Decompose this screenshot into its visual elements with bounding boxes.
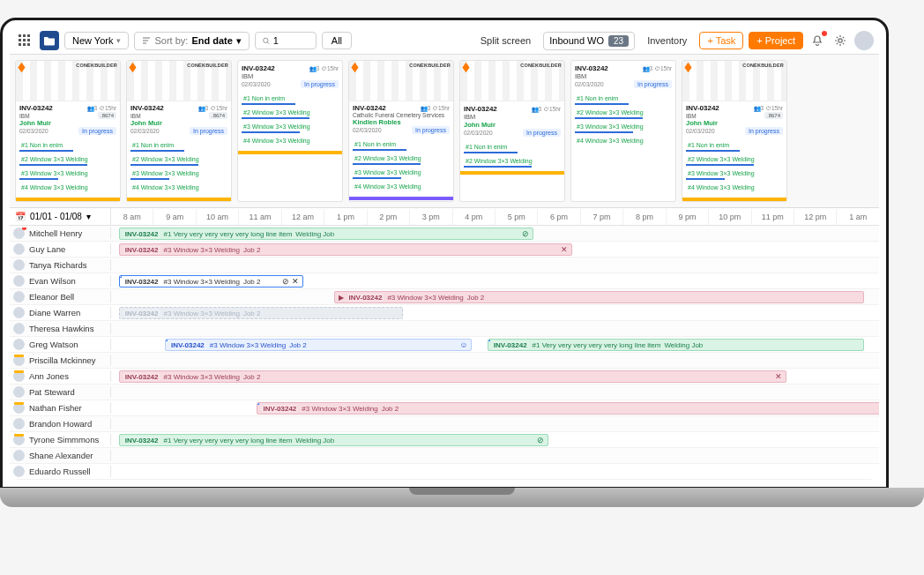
- hour-label: 11 pm: [751, 209, 794, 225]
- person-avatar: [13, 259, 25, 271]
- task-bar[interactable]: INV-03242#1 Very very very very very lon…: [119, 434, 549, 446]
- hour-label: 5 pm: [495, 209, 537, 225]
- wo-card[interactable]: INV-03242👥3 ⏱15hr IBM 02/03/2020In progr…: [237, 60, 343, 202]
- svg-rect-6: [19, 43, 21, 46]
- person-name: Eduardo Russell: [29, 467, 91, 476]
- person-avatar: [13, 291, 25, 302]
- timeline-row: Tyrone SimmmonsINV-03242#1 Very very ver…: [10, 432, 879, 448]
- task-bar[interactable]: INV-03242#3 Window 3×3 WeldingJob 2✕: [119, 243, 572, 256]
- timeline-body: Mitchell HenryINV-03242#1 Very very very…: [10, 226, 879, 480]
- hour-label: 11 am: [238, 209, 280, 225]
- person-cell[interactable]: Theresa Hawkins: [10, 323, 111, 334]
- timeline-lane[interactable]: INV-03242#3 Window 3×3 WeldingJob 2⊘ ✕: [111, 273, 879, 288]
- add-task-button[interactable]: + Task: [699, 32, 743, 49]
- location-select[interactable]: New York ▾: [64, 32, 129, 49]
- person-cell[interactable]: Mitchell Henry: [10, 228, 111, 239]
- svg-rect-4: [23, 39, 26, 41]
- svg-rect-7: [23, 43, 26, 46]
- timeline-row: Pat Steward: [10, 385, 879, 400]
- person-cell[interactable]: Brandon Howard: [10, 418, 111, 429]
- task-bar[interactable]: INV-03242#3 Window 3×3 WeldingJob 2✕: [119, 370, 787, 383]
- timeline-lane[interactable]: [111, 385, 879, 400]
- timeline-lane[interactable]: ▶INV-03242#3 Window 3×3 WeldingJob 2: [111, 289, 879, 304]
- person-cell[interactable]: Tyrone Simmmons: [10, 434, 111, 445]
- calendar-icon: 📅: [15, 212, 26, 221]
- work-order-cards: INV-03242👥3 ⏱15hr IBM.8674 John Muir 02/…: [10, 55, 879, 207]
- person-avatar: [13, 402, 25, 414]
- timeline-row: Nathan FisherINV-03242#3 Window 3×3 Weld…: [10, 400, 879, 416]
- timeline-lane[interactable]: INV-03242#1 Very very very very very lon…: [111, 432, 879, 447]
- person-cell[interactable]: Guy Lane: [10, 243, 111, 255]
- task-bar[interactable]: INV-03242#3 Window 3×3 WeldingJob 2✕: [257, 402, 879, 414]
- split-screen-button[interactable]: Split screen: [473, 32, 538, 49]
- person-cell[interactable]: Ann Jones: [10, 370, 111, 382]
- person-cell[interactable]: Pat Steward: [10, 386, 111, 398]
- timeline-row: Guy LaneINV-03242#3 Window 3×3 WeldingJo…: [10, 242, 879, 258]
- person-avatar: [13, 418, 25, 429]
- timeline-lane[interactable]: INV-03242#3 Window 3×3 WeldingJob 2✕: [111, 242, 879, 257]
- person-cell[interactable]: Nathan Fisher: [10, 402, 111, 414]
- person-name: Diane Warren: [29, 308, 80, 317]
- wo-thumbnail: [127, 61, 231, 101]
- person-cell[interactable]: Eleanor Bell: [10, 291, 111, 302]
- wo-card[interactable]: INV-03242👥3 ⏱15hr IBM.8674 John Muir 02/…: [126, 60, 232, 202]
- svg-rect-1: [23, 34, 26, 37]
- wo-card[interactable]: INV-03242👥3 ⏱15hr Catholic Funeral Cemet…: [348, 60, 454, 202]
- person-avatar: [13, 243, 25, 255]
- person-cell[interactable]: Greg Watson: [10, 339, 111, 350]
- task-bar[interactable]: INV-03242#1 Very very very very very lon…: [119, 228, 533, 240]
- user-avatar[interactable]: [854, 31, 874, 50]
- timeline-row: Shane Alexander: [10, 448, 879, 464]
- person-avatar: [13, 466, 25, 477]
- bell-icon[interactable]: [808, 32, 826, 49]
- wo-meta: 👥3 ⏱15hr: [87, 105, 116, 112]
- person-name: Priscilla Mckinney: [29, 355, 96, 365]
- timeline: 📅 01/01 - 01/08 ▾ 8 am9 am10 am11 am12 a…: [10, 207, 879, 480]
- search-input-wrapper[interactable]: [255, 32, 317, 49]
- wo-card[interactable]: INV-03242👥3 ⏱15hr IBM.8674 John Muir 02/…: [682, 60, 787, 202]
- task-bar[interactable]: INV-03242#1 Very very very very very lon…: [488, 339, 864, 351]
- person-name: Pat Steward: [29, 387, 75, 397]
- wo-card[interactable]: INV-03242👥3 ⏱15hr IBM 02/03/2020In progr…: [570, 60, 676, 202]
- task-bar[interactable]: INV-03242#3 Window 3×3 WeldingJob 2: [119, 307, 403, 319]
- timeline-lane[interactable]: [111, 258, 879, 273]
- filter-all-tab[interactable]: All: [322, 32, 352, 49]
- task-bar[interactable]: INV-03242#3 Window 3×3 WeldingJob 2⊘ ✕: [119, 275, 303, 288]
- wo-card[interactable]: INV-03242👥3 ⏱15hr IBM.8674 John Muir 02/…: [15, 60, 121, 202]
- timeline-lane[interactable]: INV-03242#3 Window 3×3 WeldingJob 2✕: [111, 400, 879, 415]
- timeline-lane[interactable]: [111, 353, 879, 368]
- date-range-picker[interactable]: 📅 01/01 - 01/08 ▾: [10, 208, 111, 225]
- timeline-lane[interactable]: INV-03242#3 Window 3×3 WeldingJob 2☺INV-…: [111, 337, 879, 352]
- timeline-lane[interactable]: [111, 464, 879, 479]
- toolbar: New York ▾ Sort by: End date ▾ All Split…: [10, 27, 879, 55]
- person-cell[interactable]: Evan Wilson: [10, 275, 111, 287]
- person-cell[interactable]: Eduardo Russell: [10, 466, 111, 477]
- sort-select[interactable]: Sort by: End date ▾: [134, 32, 249, 50]
- person-name: Mitchell Henry: [29, 228, 82, 238]
- hour-label: 10 am: [196, 209, 238, 225]
- timeline-lane[interactable]: INV-03242#1 Very very very very very lon…: [111, 226, 879, 241]
- person-avatar: [13, 307, 25, 318]
- person-cell[interactable]: Tanya Richards: [10, 259, 111, 271]
- gear-icon[interactable]: [831, 32, 849, 49]
- inventory-button[interactable]: Inventory: [640, 32, 694, 49]
- person-cell[interactable]: Shane Alexander: [10, 450, 111, 461]
- folder-icon[interactable]: [40, 31, 59, 50]
- person-cell[interactable]: Priscilla Mckinney: [10, 355, 111, 366]
- task-bar[interactable]: ▶INV-03242#3 Window 3×3 WeldingJob 2: [334, 291, 864, 303]
- wo-card[interactable]: INV-03242👥3 ⏱15hr IBM John Muir 02/03/20…: [459, 60, 565, 202]
- apps-icon[interactable]: [15, 31, 34, 50]
- timeline-lane[interactable]: [111, 416, 879, 431]
- search-input[interactable]: [273, 35, 309, 46]
- person-cell[interactable]: Diane Warren: [10, 307, 111, 318]
- inbound-wo-button[interactable]: Inbound WO 23: [543, 32, 635, 50]
- add-project-button[interactable]: + Project: [749, 32, 803, 49]
- timeline-lane[interactable]: INV-03242#3 Window 3×3 WeldingJob 2✕: [111, 369, 879, 384]
- person-avatar: [13, 370, 25, 382]
- timeline-lane[interactable]: [111, 448, 879, 463]
- timeline-lane[interactable]: INV-03242#3 Window 3×3 WeldingJob 2: [111, 305, 879, 320]
- timeline-lane[interactable]: [111, 321, 879, 336]
- svg-point-10: [838, 39, 842, 42]
- chevron-down-icon: ▾: [86, 212, 91, 221]
- task-bar[interactable]: INV-03242#3 Window 3×3 WeldingJob 2☺: [165, 339, 472, 351]
